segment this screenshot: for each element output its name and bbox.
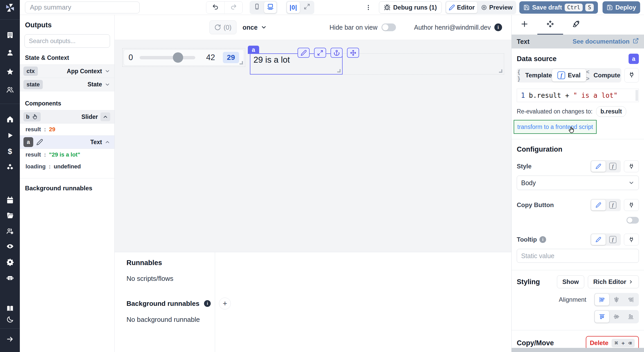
mobile-view-button[interactable] [251,2,263,13]
editor-tab[interactable]: Editor [446,2,477,13]
add-background-runnable-button[interactable]: + [219,298,231,309]
more-menu-button[interactable] [363,3,373,12]
connect-plug-button[interactable] [624,199,639,211]
component-settings-tab[interactable] [537,15,563,35]
move-component-button[interactable] [347,48,359,58]
align-right-button[interactable] [624,294,638,306]
transform-to-frontend-script-link[interactable]: transform to a frontend script [517,124,593,130]
center-canvas-button[interactable]: |0| [287,2,300,13]
refresh-button[interactable]: (0) [209,20,236,34]
editor-scrollbar[interactable] [635,90,638,101]
chevron-up-icon[interactable] [105,139,110,145]
app-summary-input[interactable] [25,2,140,13]
function-mode-button[interactable]: f [606,234,620,245]
user-icon[interactable] [6,49,14,56]
desktop-view-button[interactable] [264,2,276,13]
show-label: Show [562,278,579,285]
audit-eye-icon[interactable] [6,242,14,250]
copy-button-toggle[interactable] [626,217,639,224]
search-outputs-input[interactable] [24,34,110,48]
compute-mode-tab[interactable]: < > Compute [586,69,620,81]
hide-bar-toggle[interactable] [382,23,396,31]
see-documentation-link[interactable]: See documentation [573,38,639,45]
resize-corner[interactable] [337,69,341,72]
edit-pencil-button[interactable] [298,48,310,58]
rich-editor-button[interactable]: Rich Editor [588,275,639,288]
edit-pencil-icon[interactable] [36,139,43,145]
favorites-star-icon[interactable] [6,68,14,76]
schedules-calendar-icon[interactable] [6,196,14,204]
groups-icon[interactable] [6,86,14,94]
ctx-row[interactable]: ctx App Context [20,64,114,78]
eval-code-editor[interactable]: 1 b.result + " is a lot" [517,89,639,102]
slider-grid-cell[interactable]: 0 42 29 [122,48,245,67]
chevron-down-icon[interactable] [105,68,110,74]
info-icon[interactable]: i [204,300,211,307]
tooltip-input[interactable] [517,249,639,263]
app-canvas[interactable]: 0 42 29 a [115,40,511,252]
anchor-component-button[interactable] [331,48,343,58]
variables-dollar-icon[interactable]: $ [8,147,12,156]
global-styling-tab[interactable] [563,15,589,35]
fullwidth-button[interactable] [301,2,313,13]
chevron-down-icon[interactable] [105,82,110,87]
state-row[interactable]: state State [20,78,114,91]
align-top-button[interactable] [595,311,609,323]
info-icon[interactable]: i [539,236,546,243]
workspace-icon[interactable] [6,31,14,39]
ai-robot-icon[interactable] [6,274,14,282]
docs-book-icon[interactable] [6,305,14,312]
eval-mode-tab[interactable]: f Eval [552,69,586,81]
transform-link-highlight[interactable]: transform to a frontend script [514,120,597,134]
settings-gear-icon[interactable] [6,258,14,266]
style-select[interactable]: Body [517,176,639,190]
text-output-row[interactable]: a Text [20,135,114,149]
undo-button[interactable] [206,2,224,13]
static-pencil-button[interactable] [591,200,606,210]
collapse-arrow-icon[interactable] [6,335,14,343]
workers-icon[interactable] [6,227,14,235]
resize-corner[interactable] [499,69,502,73]
debug-runs-button[interactable]: Debug runs (1) [379,1,442,14]
align-left-button[interactable] [595,294,609,306]
home-icon[interactable] [6,115,14,123]
redo-button[interactable] [224,2,242,13]
horizontal-scrollbar[interactable] [512,348,644,352]
text-loading-row: loading : undefined [20,161,114,173]
slider-track[interactable] [140,56,195,59]
template-mode-tab[interactable]: { } Template [518,69,552,81]
slider-id-badge[interactable]: b [23,112,41,121]
slider-output-row[interactable]: b Slider [20,110,114,124]
dependency-pill[interactable]: b.result [596,106,626,117]
selected-component-badge[interactable]: a [248,46,259,54]
folders-icon[interactable] [6,212,14,219]
deploy-button[interactable]: Deploy [603,1,640,14]
function-mode-button[interactable]: f [606,161,620,172]
static-pencil-button[interactable] [591,161,606,172]
preview-tab[interactable]: Preview [478,2,515,13]
resize-corner[interactable] [240,61,243,64]
insert-component-tab[interactable] [512,15,537,35]
align-bottom-button[interactable] [624,311,638,323]
info-icon[interactable]: i [494,23,502,31]
connect-plug-button[interactable] [624,234,639,245]
connect-plug-button[interactable] [624,68,639,83]
expand-component-button[interactable] [314,48,326,58]
windmill-logo[interactable] [5,3,15,13]
show-styling-button[interactable]: Show [557,275,584,288]
align-middle-button[interactable] [609,311,624,323]
resources-cubes-icon[interactable] [6,163,14,171]
save-draft-button[interactable]: Save draft Ctrl S [519,1,598,14]
plus-icon [521,20,528,29]
refresh-mode-dropdown[interactable]: once [243,24,267,31]
result-key: result [26,126,41,133]
connect-plug-button[interactable] [624,160,639,172]
chevron-up-icon[interactable] [100,112,110,121]
align-center-horizontal-button[interactable] [609,294,624,306]
slider-handle[interactable] [173,52,183,63]
static-pencil-button[interactable] [591,234,606,245]
dark-mode-moon-icon[interactable] [6,316,14,323]
function-mode-button[interactable]: f [606,200,620,210]
runs-play-icon[interactable] [6,132,14,139]
slider-component[interactable]: 0 42 29 [124,50,244,66]
